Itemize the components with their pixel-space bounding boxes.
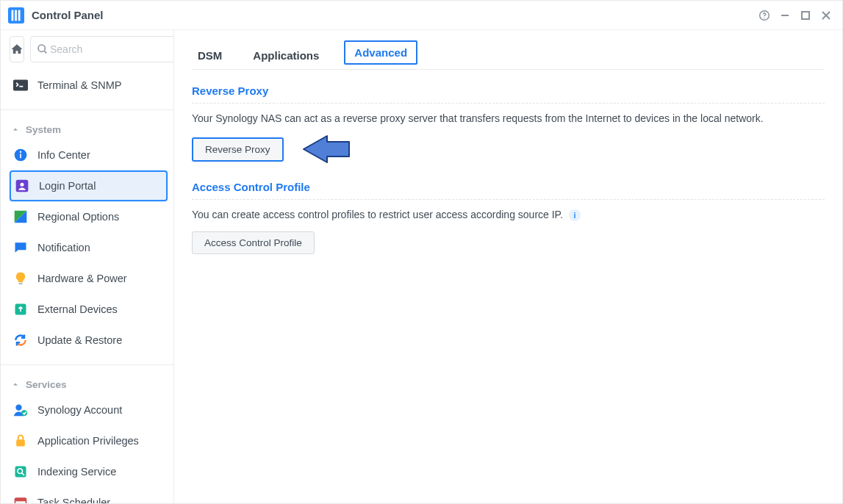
svg-rect-12: [13, 80, 28, 91]
section-description-text: You can create access control profiles t…: [192, 209, 563, 220]
sidebar-item-update-restore[interactable]: Update & Restore: [10, 325, 168, 356]
svg-rect-27: [15, 498, 26, 501]
globe-icon: [12, 209, 29, 225]
help-button[interactable]: [754, 5, 775, 26]
section-description: Your Synology NAS can act as a reverse p…: [192, 112, 825, 124]
tabs: DSM Applications Advanced: [192, 37, 825, 70]
sidebar-group-system[interactable]: System: [10, 119, 168, 140]
sidebar-item-label: Indexing Service: [37, 466, 116, 478]
sidebar-item-notification[interactable]: Notification: [10, 232, 168, 263]
svg-rect-3: [18, 10, 21, 21]
svg-rect-1: [12, 10, 14, 21]
sidebar-item-login-portal[interactable]: Login Portal: [10, 170, 168, 201]
svg-line-11: [44, 51, 46, 53]
svg-rect-7: [802, 12, 809, 19]
minimize-button[interactable]: [775, 5, 795, 26]
sidebar-item-label: Info Center: [37, 149, 90, 161]
upload-icon: [12, 301, 29, 317]
sidebar-item-label: Application Privileges: [37, 435, 139, 447]
info-icon: [12, 147, 29, 163]
account-icon: [12, 402, 29, 418]
sidebar-item-terminal-snmp[interactable]: Terminal & SNMP: [10, 70, 168, 101]
chevron-up-icon: [11, 125, 20, 134]
maximize-button[interactable]: [795, 5, 816, 26]
chat-icon: [12, 240, 29, 256]
svg-point-17: [21, 183, 24, 187]
svg-rect-14: [20, 154, 21, 158]
calendar-icon: [12, 494, 29, 503]
sidebar-item-label: Update & Restore: [37, 334, 122, 346]
sidebar-group-label: Services: [26, 379, 67, 390]
section-reverse-proxy: Reverse Proxy Your Synology NAS can act …: [192, 84, 825, 166]
svg-point-15: [20, 151, 22, 154]
sidebar-item-label: Regional Options: [37, 211, 119, 223]
sidebar-item-label: Hardware & Power: [37, 273, 127, 284]
section-title: Reverse Proxy: [192, 84, 825, 104]
titlebar: Control Panel: [1, 1, 842, 30]
terminal-icon: [12, 77, 29, 93]
svg-rect-22: [16, 439, 25, 446]
reverse-proxy-button[interactable]: Reverse Proxy: [192, 137, 284, 162]
search-icon: [37, 43, 49, 55]
sidebar-group-services[interactable]: Services: [10, 374, 168, 395]
chevron-up-icon: [11, 380, 20, 389]
svg-point-5: [764, 17, 764, 18]
svg-point-10: [38, 45, 45, 51]
callout-arrow-icon: [299, 134, 351, 166]
app-icon: [8, 7, 24, 24]
tab-dsm[interactable]: DSM: [192, 45, 228, 69]
home-button[interactable]: [10, 36, 24, 62]
sidebar-item-label: Login Portal: [39, 180, 96, 192]
sidebar-item-label: Task Scheduler: [37, 497, 110, 503]
sidebar-item-external-devices[interactable]: External Devices: [10, 294, 168, 325]
section-title: Access Control Profile: [192, 181, 825, 200]
sidebar-item-label: Notification: [37, 242, 90, 253]
access-control-profile-button[interactable]: Access Control Profile: [192, 231, 315, 254]
content-pane: DSM Applications Advanced Reverse Proxy …: [174, 30, 842, 503]
sidebar-item-label: Terminal & SNMP: [37, 79, 121, 91]
close-button[interactable]: [816, 5, 836, 26]
svg-point-21: [21, 410, 27, 416]
search-box[interactable]: [30, 36, 174, 62]
section-access-control: Access Control Profile You can create ac…: [192, 181, 825, 254]
svg-rect-23: [15, 467, 26, 478]
svg-point-20: [15, 405, 21, 411]
sidebar-item-label: Synology Account: [37, 404, 122, 416]
sidebar-item-regional-options[interactable]: Regional Options: [10, 201, 168, 232]
sidebar-group-label: System: [26, 124, 61, 135]
sidebar: Terminal & SNMP System Info Center Login…: [1, 30, 174, 503]
svg-rect-18: [19, 283, 23, 285]
sidebar-item-info-center[interactable]: Info Center: [10, 140, 168, 170]
sidebar-item-indexing-service[interactable]: Indexing Service: [10, 456, 168, 487]
bulb-icon: [12, 270, 29, 287]
sidebar-separator: [1, 364, 173, 365]
section-description: You can create access control profiles t…: [192, 209, 825, 221]
sidebar-item-synology-account[interactable]: Synology Account: [10, 395, 168, 425]
sync-icon: [12, 332, 29, 348]
portal-icon: [14, 178, 30, 194]
sidebar-item-task-scheduler[interactable]: Task Scheduler: [10, 487, 168, 503]
sidebar-separator: [1, 109, 173, 110]
tab-applications[interactable]: Applications: [247, 45, 325, 69]
info-icon[interactable]: i: [569, 209, 581, 221]
search-doc-icon: [12, 464, 29, 480]
svg-rect-2: [15, 10, 17, 21]
lock-icon: [12, 433, 29, 449]
tab-advanced[interactable]: Advanced: [344, 40, 417, 65]
window-title: Control Panel: [32, 9, 754, 21]
sidebar-item-label: External Devices: [37, 303, 118, 315]
sidebar-item-application-privileges[interactable]: Application Privileges: [10, 425, 168, 456]
sidebar-item-hardware-power[interactable]: Hardware & Power: [10, 263, 168, 294]
search-input[interactable]: [49, 43, 174, 56]
